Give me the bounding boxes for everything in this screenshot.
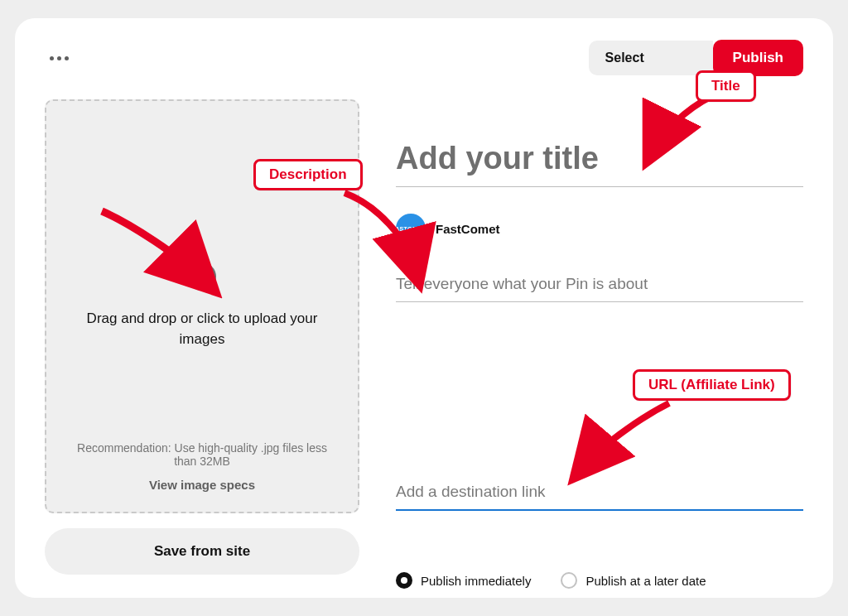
destination-url-input[interactable] bbox=[396, 476, 803, 511]
radio-checked-icon bbox=[396, 572, 412, 589]
drop-zone-text: Drag and drop or click to upload your im… bbox=[63, 309, 341, 349]
annotation-title-arrow bbox=[653, 93, 727, 159]
profile-name: FastComet bbox=[436, 222, 500, 236]
view-image-specs-link[interactable]: View image specs bbox=[46, 478, 358, 492]
description-input[interactable] bbox=[396, 268, 803, 302]
save-from-site-button[interactable]: Save from site bbox=[45, 528, 359, 575]
annotation-url-arrow bbox=[578, 399, 677, 474]
title-input[interactable] bbox=[396, 136, 803, 187]
drop-zone-recommendation: Recommendation: Use high-quality .jpg fi… bbox=[46, 441, 358, 468]
board-select-label: Select bbox=[605, 51, 644, 65]
publish-timing-radios: Publish immediately Publish at a later d… bbox=[396, 572, 803, 589]
annotation-title: Title bbox=[696, 70, 756, 102]
radio-label: Publish immediately bbox=[421, 574, 531, 588]
annotation-upload-arrow bbox=[98, 207, 214, 290]
annotation-url: URL (Affiliate Link) bbox=[633, 369, 791, 401]
pin-editor-card: Select Publish Drag and drop or click to… bbox=[15, 18, 833, 598]
radio-unchecked-icon bbox=[561, 572, 577, 589]
publish-immediately-radio[interactable]: Publish immediately bbox=[396, 572, 531, 589]
board-select[interactable]: Select bbox=[589, 41, 713, 75]
publish-later-radio[interactable]: Publish at a later date bbox=[561, 572, 706, 589]
annotation-description: Description bbox=[253, 159, 363, 190]
annotation-description-arrow bbox=[336, 189, 427, 280]
header: Select Publish bbox=[45, 40, 803, 76]
radio-label: Publish at a later date bbox=[585, 574, 706, 588]
more-options-icon[interactable] bbox=[45, 51, 74, 65]
profile-row: FASTCOMET FastComet bbox=[396, 214, 803, 243]
